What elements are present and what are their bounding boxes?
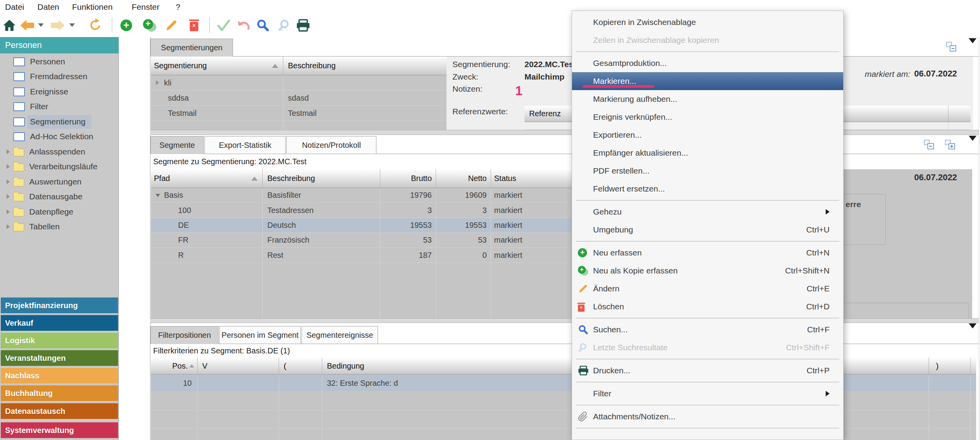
- sidebar-item-personen[interactable]: Personen: [0, 54, 119, 69]
- table-row[interactable]: kli: [151, 75, 447, 90]
- menu-item-loeschen[interactable]: ✕LöschenCtrl+D: [572, 298, 843, 316]
- menu-daten[interactable]: Daten: [37, 2, 59, 12]
- menu-item-pdf-erstellen[interactable]: PDF erstellen...: [572, 162, 843, 180]
- sidebar-item-segmentierung[interactable]: Segmentierung: [0, 114, 119, 129]
- menu-funktionen[interactable]: Funktionen: [72, 2, 113, 12]
- column-header-beschreibung[interactable]: Beschreibung: [263, 169, 380, 188]
- tab-export-statistik[interactable]: Export-Statistik: [205, 136, 286, 154]
- column-header-netto[interactable]: Netto: [436, 169, 491, 188]
- new-button[interactable]: +: [118, 13, 135, 37]
- module-nachlass[interactable]: Nachlass: [1, 367, 118, 383]
- menu-item-drucken[interactable]: Drucken...Ctrl+P: [572, 362, 843, 380]
- sidebar-item-anlassspenden[interactable]: Anlassspenden: [0, 144, 119, 159]
- tab-filterpositionen[interactable]: Filterpositionen: [150, 326, 219, 344]
- tab-notizen-protokoll[interactable]: Notizen/Protokoll: [286, 136, 376, 154]
- expand-icon[interactable]: [7, 164, 10, 169]
- module-veranstaltungen[interactable]: Veranstaltungen: [1, 350, 118, 366]
- menu-item-feldwert-ersetzen[interactable]: Feldwert ersetzen...: [572, 180, 843, 198]
- collapse-icon[interactable]: [155, 194, 160, 197]
- edit-button[interactable]: [163, 13, 180, 37]
- undo-button[interactable]: [235, 13, 252, 37]
- column-header-pfad[interactable]: Pfad: [151, 169, 263, 188]
- table-row[interactable]: R Rest 187 0 markiert: [151, 248, 572, 263]
- horizontal-splitter[interactable]: [150, 318, 979, 323]
- menu-item-aendern[interactable]: ÄndernCtrl+E: [572, 280, 843, 298]
- pane-menu-button[interactable]: [969, 141, 976, 148]
- confirm-button[interactable]: [215, 13, 232, 37]
- menu-item-filter[interactable]: Filter: [572, 385, 843, 403]
- menu-item-umgebung[interactable]: UmgebungCtrl+U: [572, 221, 843, 239]
- sidebar-item-ereignisse[interactable]: Ereignisse: [0, 84, 119, 99]
- table-row[interactable]: Testmail Testmail: [151, 106, 447, 121]
- column-header-klammer-zu[interactable]: ): [929, 358, 971, 374]
- column-header-brutto[interactable]: Brutto: [380, 169, 436, 188]
- module-datenaustausch[interactable]: Datenaustausch: [1, 403, 118, 419]
- forward-history-button[interactable]: [67, 13, 77, 37]
- menu-fenster[interactable]: Fenster: [132, 2, 159, 12]
- forward-button[interactable]: [49, 13, 66, 37]
- column-header-segmentierung[interactable]: Segmentierung: [151, 57, 283, 75]
- tab-segmentereignisse[interactable]: Segmentereignisse: [302, 326, 378, 344]
- column-header-v[interactable]: V: [198, 358, 279, 374]
- menu-hilfe[interactable]: ?: [176, 2, 180, 12]
- module-verkauf[interactable]: Verkauf: [1, 315, 118, 331]
- sidebar-item-verarbeitungslaeufe[interactable]: Verarbeitungsläufe: [0, 159, 119, 174]
- expand-icon[interactable]: [7, 149, 10, 154]
- menu-item-ereignis-verknuepfen[interactable]: Ereignis verknüpfen...: [572, 108, 843, 126]
- collapse-pane-button[interactable]: −: [924, 140, 934, 151]
- last-search-button[interactable]: [276, 13, 293, 37]
- expand-icon[interactable]: [156, 80, 159, 85]
- expand-icon[interactable]: [7, 194, 10, 199]
- pane-menu-button[interactable]: [969, 43, 976, 50]
- menu-item-suchen[interactable]: Suchen...Ctrl+F: [572, 321, 843, 339]
- delete-button[interactable]: ✕: [185, 13, 203, 37]
- sidebar-item-auswertungen[interactable]: Auswertungen: [0, 174, 119, 189]
- module-projektfinanzierung[interactable]: Projektfinanzierung: [1, 297, 118, 313]
- pane-menu-button[interactable]: [969, 328, 976, 335]
- column-header-klammer-auf[interactable]: (: [279, 358, 322, 374]
- menu-item-gesamtproduktion[interactable]: Gesamtproduktion...: [572, 54, 843, 72]
- horizontal-splitter[interactable]: [150, 130, 979, 135]
- table-row-selected[interactable]: 10 32: Erste Sprache: d: [151, 374, 976, 392]
- menu-item-neu-erfassen[interactable]: +Neu erfassenCtrl+N: [572, 244, 843, 262]
- menu-item-empfaenger-aktualisieren[interactable]: Empfänger aktualisieren...: [572, 144, 843, 162]
- column-header-pos[interactable]: Pos.: [151, 358, 198, 374]
- new-copy-button[interactable]: +: [141, 13, 158, 37]
- module-buchhaltung[interactable]: Buchhaltung: [1, 385, 118, 401]
- column-header-beschreibung[interactable]: Beschreibung: [283, 57, 447, 75]
- print-button[interactable]: [295, 13, 312, 37]
- menu-item-markierung-aufheben[interactable]: Markierung aufheben...: [572, 90, 843, 108]
- tab-personen-im-segment[interactable]: Personen im Segment: [219, 326, 301, 344]
- sidebar-item-tabellen[interactable]: Tabellen: [0, 219, 119, 234]
- table-row[interactable]: 100 Testadressen 3 3 markiert: [151, 203, 572, 218]
- menu-item-attachments-notizen[interactable]: Attachments/Notizen...: [572, 408, 843, 426]
- table-row-selected[interactable]: DE Deutsch 19553 19553 markiert: [151, 218, 572, 233]
- menu-datei[interactable]: Datei: [5, 2, 24, 12]
- sidebar-item-filter[interactable]: Filter: [0, 99, 119, 114]
- expand-icon[interactable]: [7, 224, 10, 229]
- home-button[interactable]: [1, 13, 18, 37]
- column-header-status[interactable]: Status: [491, 169, 572, 188]
- search-button[interactable]: [254, 13, 271, 37]
- menu-item-exportieren[interactable]: Exportieren...: [572, 126, 843, 144]
- tab-segmente[interactable]: Segmente: [150, 136, 204, 154]
- sidebar-item-datenpflege[interactable]: Datenpflege: [0, 204, 119, 219]
- table-row[interactable]: FR Französisch 53 53 markiert: [151, 233, 572, 248]
- table-row[interactable]: Basis Basisfilter 19796 19609 markiert: [151, 188, 572, 203]
- module-logistik[interactable]: Logistik: [1, 332, 118, 348]
- sidebar-item-datenausgabe[interactable]: Datenausgabe: [0, 189, 119, 204]
- menu-item-kopieren-zwischenablage[interactable]: Kopieren in Zwischenablage: [572, 13, 843, 31]
- collapse-pane-button[interactable]: −: [946, 42, 956, 53]
- module-systemverwaltung[interactable]: Systemverwaltung: [1, 422, 118, 438]
- tab-segmentierungen[interactable]: Segmentierungen: [150, 39, 233, 57]
- sidebar-item-fremdadressen[interactable]: Fremdadressen: [0, 69, 119, 84]
- sidebar-item-adhoc-selektion[interactable]: Ad-Hoc Selektion: [0, 129, 119, 144]
- table-row[interactable]: sddsa sdasd: [151, 90, 447, 106]
- expand-icon[interactable]: [7, 179, 10, 184]
- expand-pane-button[interactable]: +: [945, 140, 955, 151]
- back-history-button[interactable]: [36, 13, 46, 37]
- menu-item-neu-als-kopie[interactable]: +Neu als Kopie erfassenCtrl+Shift+N: [572, 262, 843, 280]
- menu-item-gehezu[interactable]: Gehezu: [572, 203, 843, 221]
- refresh-button[interactable]: [87, 13, 104, 37]
- back-button[interactable]: [19, 13, 36, 37]
